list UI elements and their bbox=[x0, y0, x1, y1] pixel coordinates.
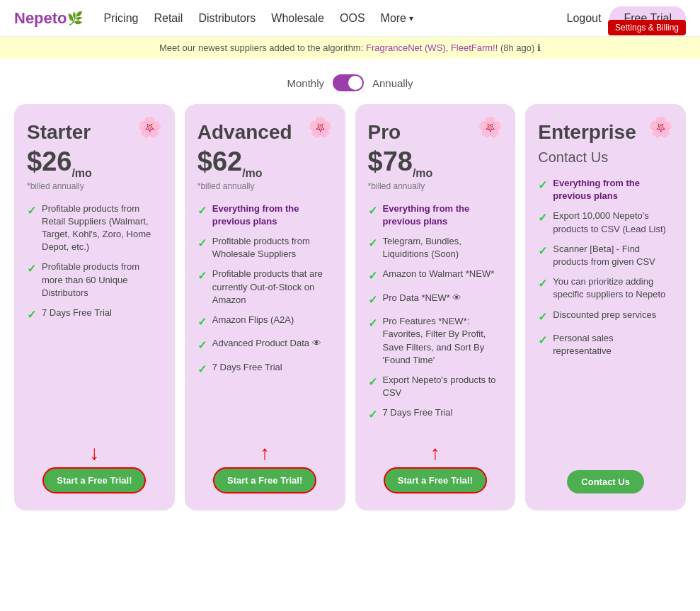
settings-billing-button[interactable]: Settings & Billing bbox=[608, 20, 686, 35]
monthly-label: Monthly bbox=[287, 77, 324, 89]
billing-toggle[interactable] bbox=[333, 74, 364, 91]
advanced-plan: Advanced $62/mo *billed annually 🌸 ✓ Eve… bbox=[185, 104, 345, 510]
advanced-feature-4: ✓ Amazon Flips (A2A) bbox=[197, 314, 333, 330]
advanced-plan-price: $62/mo bbox=[197, 147, 292, 180]
advanced-feature-6: ✓ 7 Days Free Trial bbox=[197, 361, 333, 377]
check-icon: ✓ bbox=[538, 276, 547, 301]
advanced-cta-button[interactable]: Start a Free Trial! bbox=[213, 467, 316, 493]
starter-billed: *billed annually bbox=[27, 181, 92, 191]
up-arrow-icon: ↑ bbox=[430, 443, 440, 463]
check-icon: ✓ bbox=[538, 333, 547, 358]
advanced-feature-1: ✓ Everything from the previous plans bbox=[197, 202, 333, 228]
check-icon: ✓ bbox=[538, 309, 547, 325]
logo-leaf-icon: 🌿 bbox=[67, 11, 83, 26]
nav-wholesale[interactable]: Wholesale bbox=[271, 12, 324, 25]
enterprise-feature-5: ✓ Discounted prep services bbox=[538, 309, 673, 325]
info-icon[interactable]: ℹ bbox=[537, 42, 541, 53]
check-icon: ✓ bbox=[27, 307, 36, 323]
enterprise-contact-label: Contact Us bbox=[538, 149, 636, 166]
pro-arrow-container: ↑ bbox=[368, 443, 503, 463]
advanced-leaf-icon: 🌸 bbox=[308, 115, 333, 139]
nav-distributors[interactable]: Distributors bbox=[198, 12, 256, 25]
nav-links: Pricing Retail Distributors Wholesale OO… bbox=[104, 12, 567, 25]
nav-retail[interactable]: Retail bbox=[154, 12, 183, 25]
check-icon: ✓ bbox=[27, 261, 36, 299]
starter-features: ✓ Profitable products from Retail Suppli… bbox=[27, 202, 162, 430]
check-icon: ✓ bbox=[368, 316, 377, 367]
pricing-grid: Starter $26/mo *billed annually 🌸 ✓ Prof… bbox=[0, 104, 700, 539]
check-icon: ✓ bbox=[197, 268, 207, 307]
pro-feature-4: ✓ Pro Data *NEW* 👁 bbox=[368, 292, 503, 308]
check-icon: ✓ bbox=[538, 244, 547, 268]
pro-feature-1: ✓ Everything from the previous plans bbox=[368, 202, 503, 228]
enterprise-footer: Contact Us bbox=[538, 457, 673, 493]
fragrancenet-link[interactable]: FragranceNet (WS) bbox=[366, 42, 446, 53]
pro-plan-price: $78/mo bbox=[368, 147, 433, 180]
navbar: Nepeto 🌿 Pricing Retail Distributors Who… bbox=[0, 0, 700, 37]
starter-feature-3: ✓ 7 Days Free Trial bbox=[27, 307, 162, 323]
pro-features: ✓ Everything from the previous plans ✓ T… bbox=[368, 202, 503, 430]
pro-footer: ↑ Start a Free Trial! bbox=[368, 430, 503, 493]
pro-billed: *billed annually bbox=[368, 181, 433, 191]
check-icon: ✓ bbox=[197, 203, 207, 228]
check-icon: ✓ bbox=[368, 236, 377, 261]
enterprise-features: ✓ Everything from the previous plans ✓ E… bbox=[538, 177, 673, 457]
annually-label: Annually bbox=[372, 77, 413, 89]
check-icon: ✓ bbox=[538, 178, 547, 202]
starter-plan: Starter $26/mo *billed annually 🌸 ✓ Prof… bbox=[14, 104, 175, 510]
starter-arrow-container: ↓ bbox=[27, 443, 162, 463]
enterprise-feature-3: ✓ Scanner [Beta] - Find products from gi… bbox=[538, 243, 673, 268]
down-arrow-icon: ↓ bbox=[89, 443, 99, 463]
starter-cta-button[interactable]: Start a Free Trial! bbox=[42, 467, 146, 493]
nav-oos[interactable]: OOS bbox=[340, 12, 365, 25]
advanced-billed: *billed annually bbox=[197, 181, 292, 191]
check-icon: ✓ bbox=[368, 292, 377, 308]
advanced-arrow-container: ↑ bbox=[197, 443, 333, 463]
advanced-features: ✓ Everything from the previous plans ✓ P… bbox=[197, 202, 333, 430]
nav-more[interactable]: More ▾ bbox=[381, 12, 413, 25]
enterprise-leaf-icon: 🌸 bbox=[648, 115, 673, 139]
enterprise-feature-2: ✓ Export 10,000 Nepeto's products to CSV… bbox=[538, 210, 673, 235]
pro-leaf-icon: 🌸 bbox=[478, 115, 503, 139]
pro-feature-3: ✓ Amazon to Walmart *NEW* bbox=[368, 268, 503, 284]
starter-plan-name: Starter bbox=[27, 121, 92, 144]
starter-leaf-icon: 🌸 bbox=[137, 115, 162, 139]
pro-plan-name: Pro bbox=[368, 121, 433, 144]
check-icon: ✓ bbox=[27, 203, 36, 254]
up-arrow-icon: ↑ bbox=[260, 443, 270, 463]
advanced-footer: ↑ Start a Free Trial! bbox=[197, 430, 333, 493]
fleetfarm-link[interactable]: FleetFarm!! bbox=[451, 42, 498, 53]
check-icon: ✓ bbox=[368, 268, 377, 284]
pro-feature-2: ✓ Telegram, Bundles, Liquiditions (Soon) bbox=[368, 235, 503, 261]
advanced-feature-2: ✓ Profitable products from Wholesale Sup… bbox=[197, 235, 333, 261]
billing-toggle-row: Monthly Annually bbox=[0, 59, 700, 104]
check-icon: ✓ bbox=[368, 203, 377, 228]
check-icon: ✓ bbox=[197, 314, 207, 330]
nav-right: Logout Free Trial Settings & Billing bbox=[566, 6, 686, 30]
enterprise-feature-4: ✓ You can prioritize adding specific sup… bbox=[538, 275, 673, 301]
check-icon: ✓ bbox=[197, 338, 207, 353]
pro-feature-7: ✓ 7 Days Free Trial bbox=[368, 406, 503, 423]
banner-text: Meet our newest suppliers added to the a… bbox=[159, 42, 541, 53]
chevron-down-icon: ▾ bbox=[409, 13, 413, 23]
check-icon: ✓ bbox=[197, 236, 207, 261]
starter-feature-1: ✓ Profitable products from Retail Suppli… bbox=[27, 202, 162, 254]
pro-cta-button[interactable]: Start a Free Trial! bbox=[384, 467, 487, 493]
starter-feature-2: ✓ Profitable products from more than 60 … bbox=[27, 261, 162, 299]
nav-pricing[interactable]: Pricing bbox=[104, 12, 139, 25]
logo[interactable]: Nepeto 🌿 bbox=[14, 9, 83, 28]
starter-plan-price: $26/mo bbox=[27, 147, 92, 180]
advanced-plan-name: Advanced bbox=[197, 121, 292, 144]
nav-more-label: More bbox=[381, 12, 406, 25]
check-icon: ✓ bbox=[368, 407, 377, 423]
enterprise-feature-6: ✓ Personal sales representative bbox=[538, 332, 673, 358]
pro-plan: Pro $78/mo *billed annually 🌸 ✓ Everythi… bbox=[355, 104, 516, 510]
logo-text: Nepeto bbox=[14, 9, 67, 28]
announcement-banner: Meet our newest suppliers added to the a… bbox=[0, 37, 700, 59]
check-icon: ✓ bbox=[197, 362, 207, 377]
enterprise-cta-button[interactable]: Contact Us bbox=[567, 470, 644, 493]
pro-feature-6: ✓ Export Nepeto's products to CSV bbox=[368, 374, 503, 399]
enterprise-plan-name: Enterprise bbox=[538, 121, 636, 144]
logout-button[interactable]: Logout bbox=[566, 12, 601, 25]
pro-feature-5: ✓ Pro Features *NEW*: Favorites, Filter … bbox=[368, 315, 503, 367]
